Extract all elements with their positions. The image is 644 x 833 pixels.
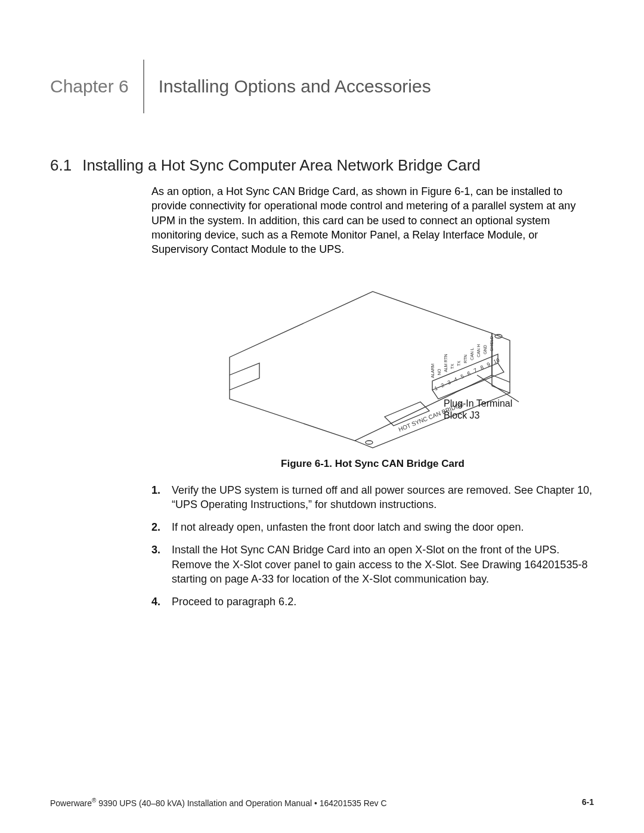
page: Chapter 6 Installing Options and Accesso… bbox=[0, 0, 644, 833]
section-heading: 6.1 Installing a Hot Sync Computer Area … bbox=[50, 155, 594, 176]
svg-text:TX: TX bbox=[450, 363, 454, 368]
svg-text:CAN H: CAN H bbox=[476, 344, 481, 357]
callout-line-2: Block J3 bbox=[444, 410, 479, 420]
step-4: 4. Proceed to paragraph 6.2. bbox=[151, 594, 594, 609]
intro-paragraph: As an option, a Hot Sync CAN Bridge Card… bbox=[151, 184, 594, 256]
svg-text:NO: NO bbox=[437, 368, 441, 375]
figure-caption: Figure 6-1. Hot Sync CAN Bridge Card bbox=[151, 457, 594, 471]
svg-text:ALM RTN: ALM RTN bbox=[444, 354, 448, 372]
svg-text:8: 8 bbox=[479, 364, 484, 370]
bridge-card-drawing: HOT SYNC CAN BRIDGE 1 2 3 4 5 6 7 8 9 10… bbox=[194, 268, 552, 453]
step-number: 2. bbox=[151, 520, 165, 534]
install-steps: 1. Verify the UPS system is turned off a… bbox=[151, 483, 594, 609]
footer-left: Powerware® 9390 UPS (40–80 kVA) Installa… bbox=[50, 797, 387, 809]
step-text: Verify the UPS system is turned off and … bbox=[172, 483, 594, 512]
signal-labels: ALARM NO ALM RTN TX TX RTN CAN L CAN H G… bbox=[431, 336, 494, 377]
svg-text:SHIELD: SHIELD bbox=[490, 336, 494, 351]
page-footer: Powerware® 9390 UPS (40–80 kVA) Installa… bbox=[50, 797, 594, 809]
svg-text:RTN: RTN bbox=[463, 354, 467, 363]
footer-brand: Powerware bbox=[50, 798, 92, 808]
page-number: 6-1 bbox=[582, 797, 594, 809]
svg-text:10: 10 bbox=[493, 357, 500, 364]
step-number: 4. bbox=[151, 594, 165, 609]
callout-plug-in-terminal: Plug-In Terminal Block J3 bbox=[444, 398, 512, 422]
svg-text:1: 1 bbox=[434, 385, 438, 391]
section-body: As an option, a Hot Sync CAN Bridge Card… bbox=[151, 184, 594, 609]
svg-text:CAN L: CAN L bbox=[470, 348, 474, 360]
step-1: 1. Verify the UPS system is turned off a… bbox=[151, 483, 594, 512]
svg-text:9: 9 bbox=[486, 361, 491, 367]
section-title: Installing a Hot Sync Computer Area Netw… bbox=[82, 155, 594, 176]
figure-6-1: HOT SYNC CAN BRIDGE 1 2 3 4 5 6 7 8 9 10… bbox=[151, 268, 594, 471]
step-text: Install the Hot Sync CAN Bridge Card int… bbox=[172, 543, 594, 586]
footer-doc: 9390 UPS (40–80 kVA) Installation and Op… bbox=[96, 798, 386, 808]
chapter-title: Installing Options and Accessories bbox=[144, 60, 431, 113]
section-number: 6.1 bbox=[50, 155, 72, 176]
step-3: 3. Install the Hot Sync CAN Bridge Card … bbox=[151, 543, 594, 586]
step-number: 1. bbox=[151, 483, 165, 512]
step-2: 2. If not already open, unfasten the fro… bbox=[151, 520, 594, 534]
svg-text:ALARM: ALARM bbox=[431, 363, 435, 377]
callout-line-1: Plug-In Terminal bbox=[444, 398, 512, 408]
svg-text:GND: GND bbox=[483, 345, 487, 354]
step-text: If not already open, unfasten the front … bbox=[172, 520, 594, 534]
chapter-header: Chapter 6 Installing Options and Accesso… bbox=[50, 60, 594, 113]
step-text: Proceed to paragraph 6.2. bbox=[172, 594, 594, 609]
chapter-label: Chapter 6 bbox=[50, 60, 144, 113]
svg-text:TX: TX bbox=[457, 360, 461, 366]
step-number: 3. bbox=[151, 543, 165, 586]
